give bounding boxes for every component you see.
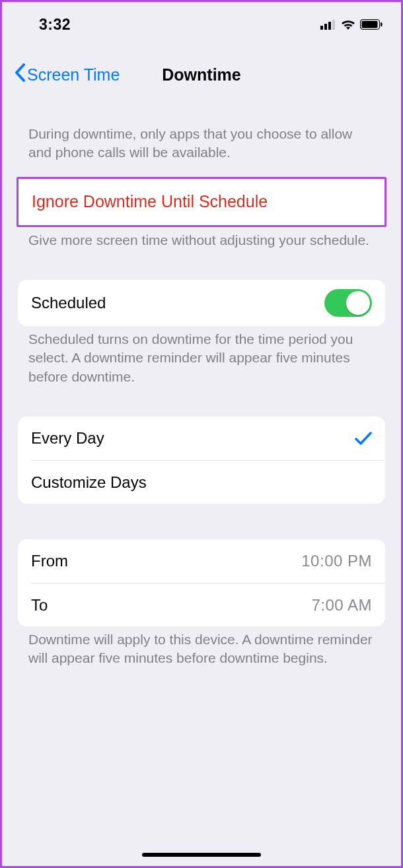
ignore-highlight: Ignore Downtime Until Schedule <box>17 177 386 227</box>
page-title: Downtime <box>162 65 240 84</box>
svg-rect-6 <box>381 22 383 26</box>
cellular-icon <box>320 19 336 30</box>
time-group: From 10:00 PM To 7:00 AM <box>18 539 385 626</box>
home-indicator[interactable] <box>142 853 261 857</box>
nav-header: Screen Time Downtime <box>2 55 401 94</box>
status-icons <box>320 18 383 30</box>
to-value: 7:00 AM <box>311 596 372 615</box>
to-row[interactable]: To 7:00 AM <box>31 583 385 626</box>
customize-days-label: Customize Days <box>31 473 147 492</box>
intro-description: During downtime, only apps that you choo… <box>18 121 385 169</box>
days-group: Every Day Customize Days <box>18 417 385 504</box>
battery-icon <box>360 19 383 30</box>
from-label: From <box>31 552 68 570</box>
every-day-row[interactable]: Every Day <box>18 417 385 460</box>
ignore-downtime-label: Ignore Downtime Until Schedule <box>32 192 268 211</box>
checkmark-icon <box>355 431 372 446</box>
back-label: Screen Time <box>27 65 120 84</box>
svg-rect-3 <box>332 20 335 30</box>
scheduled-description: Scheduled turns on downtime for the time… <box>18 326 385 393</box>
back-button[interactable]: Screen Time <box>14 63 120 86</box>
every-day-label: Every Day <box>31 429 104 448</box>
toggle-knob <box>346 291 370 315</box>
ignore-downtime-button[interactable]: Ignore Downtime Until Schedule <box>18 179 385 225</box>
scheduled-label: Scheduled <box>31 294 106 312</box>
status-bar: 3:32 <box>2 2 401 42</box>
scheduled-row[interactable]: Scheduled <box>18 280 385 326</box>
status-time: 3:32 <box>39 16 71 34</box>
svg-rect-1 <box>324 24 327 30</box>
time-description: Downtime will apply to this device. A do… <box>18 626 385 675</box>
to-label: To <box>31 596 48 615</box>
customize-days-row[interactable]: Customize Days <box>31 460 385 504</box>
ignore-description: Give more screen time without adjusting … <box>18 227 385 256</box>
svg-rect-5 <box>362 21 378 28</box>
svg-rect-2 <box>328 22 331 30</box>
svg-rect-0 <box>320 26 323 30</box>
from-value: 10:00 PM <box>301 552 372 570</box>
from-row[interactable]: From 10:00 PM <box>18 539 385 583</box>
scheduled-toggle[interactable] <box>324 289 372 317</box>
chevron-left-icon <box>14 63 26 86</box>
wifi-icon <box>340 18 356 30</box>
